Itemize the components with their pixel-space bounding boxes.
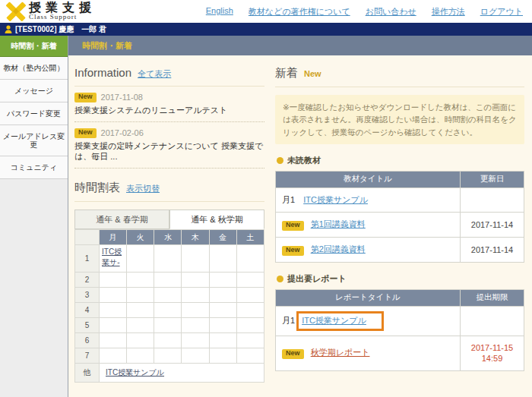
sidebar-item-materials[interactable]: 教材（塾内公開） [0, 57, 68, 80]
timetable-cell [127, 333, 154, 348]
information-header: Information 全て表示 [74, 66, 264, 80]
timetable-header: 時間割表 表示切替 [74, 181, 264, 195]
app-logo: 授業支援 Class Support [6, 2, 96, 21]
deadline-cell: 2017-11-15 14:59 [461, 336, 524, 371]
timetable-other-cell: ITC授業サンプル [100, 364, 264, 383]
report-course-link[interactable]: ITC授業サンプル [302, 316, 366, 325]
information-show-all-link[interactable]: 全て表示 [138, 68, 171, 80]
whatsnew-new-label: New [304, 69, 321, 78]
timetable-cell [182, 318, 209, 333]
new-badge: New [282, 221, 304, 231]
report-link[interactable]: 秋学期レポート [311, 348, 370, 357]
bullet-icon [277, 157, 283, 164]
table-row: 月1ITC授業サンプル [276, 306, 524, 336]
whatsnew-title: 新着 [275, 66, 298, 80]
sidebar-item-messages[interactable]: メッセージ [0, 80, 68, 102]
breadcrumb: 時間割・新着 [68, 36, 532, 55]
course-link-other[interactable]: ITC授業サンプル [106, 368, 164, 377]
tab-spring-semester[interactable]: 通年 & 春学期 [74, 210, 169, 229]
deadline-time: 14:59 [467, 353, 518, 364]
divider [275, 87, 524, 87]
unread-materials-table: 教材タイトル 更新日 月1 ITC授業サンプル [275, 171, 524, 263]
material-link[interactable]: 第1回講義資料 [311, 219, 366, 228]
link-english[interactable]: English [206, 6, 233, 17]
updated-date-cell: 2017-11-14 [461, 237, 524, 262]
sidebar-item-email[interactable]: メールアドレス変更 [0, 125, 68, 156]
unread-materials-section-header: 未読教材 [277, 155, 524, 166]
user-name: [TEST0002] 慶應 一郎 君 [15, 24, 106, 35]
timetable-cell [100, 333, 127, 348]
timetable-cell [154, 333, 182, 348]
sidebar-item-community[interactable]: コミュニティ [0, 156, 68, 179]
timetable-cell [100, 288, 127, 303]
link-copyright-info[interactable]: 教材などの著作権について [249, 6, 350, 17]
info-date: 2017-11-08 [101, 93, 143, 102]
table-row: New 第1回講義資料 2017-11-14 [276, 212, 524, 237]
timetable-cell [209, 245, 236, 273]
bullet-icon [277, 276, 283, 282]
reports-title: 提出要レポート [287, 273, 347, 285]
notice-box: ※一度確認したお知らせやダウンロードした教材は、この画面には表示されません。再度… [275, 95, 524, 144]
sidebar: 時間割・新着 教材（塾内公開） メッセージ パスワード変更 メールアドレス変更 … [0, 36, 68, 397]
col-report-title: レポートタイトル [276, 289, 461, 306]
info-item: New 2017-02-06 授業支援の定時メンテナンスについて 授業支援では、… [74, 122, 264, 169]
information-title: Information [74, 66, 131, 79]
timetable-corner-cell [75, 230, 100, 245]
timetable-cell [100, 318, 127, 333]
info-date: 2017-02-06 [101, 128, 144, 137]
day-header-mon: 月 [100, 230, 127, 245]
table-row: New 第2回講義資料 2017-11-14 [276, 237, 524, 262]
main-area: 時間割・新着 Information 全て表示 New 2017-11-08 [68, 36, 532, 397]
app-subtitle: Class Support [29, 14, 96, 20]
unread-course-link[interactable]: ITC授業サンプル [303, 195, 368, 204]
material-link[interactable]: 第2回講義資料 [311, 244, 366, 254]
period-label: 6 [75, 333, 100, 348]
header-links: English 教材などの著作権について お問い合わせ 操作方法 ログアウト [206, 2, 523, 17]
table-row: 月1 ITC授業サンプル [276, 187, 524, 212]
right-column: 新着 New ※一度確認したお知らせやダウンロードした教材は、この画面には表示さ… [275, 66, 524, 383]
timetable-toggle-link[interactable]: 表示切替 [126, 183, 160, 194]
link-logout[interactable]: ログアウト [480, 6, 523, 17]
period-label: 1 [75, 245, 100, 273]
link-howto[interactable]: 操作方法 [432, 6, 465, 17]
timetable-cell [154, 348, 182, 364]
timetable-cell [236, 273, 264, 288]
timetable-title: 時間割表 [74, 181, 120, 195]
timetable-cell [100, 348, 127, 364]
updated-date-cell [461, 187, 524, 212]
period-label: 7 [75, 348, 100, 364]
annotation-highlight-box: ITC授業サンプル [296, 311, 384, 331]
course-slot-label: 月1 [282, 316, 295, 325]
period-label: 4 [75, 303, 100, 318]
table-row: New 秋学期レポート 2017-11-15 14:59 [276, 336, 524, 371]
timetable-cell-mon1: ITC授業サ- [100, 245, 127, 273]
timetable-cell [127, 273, 154, 288]
timetable-cell [154, 288, 182, 303]
user-icon [5, 25, 12, 33]
day-header-sat: 土 [236, 230, 264, 245]
timetable-cell [182, 303, 209, 318]
timetable-cell [236, 288, 264, 303]
link-contact[interactable]: お問い合わせ [366, 6, 416, 17]
info-text: 授業支援の定時メンテナンスについて 授業支援では、毎日 ... [74, 140, 264, 163]
timetable-cell [209, 318, 236, 333]
sidebar-item-timetable-new[interactable]: 時間割・新着 [0, 36, 68, 57]
timetable-cell [182, 273, 209, 288]
timetable-cell [127, 245, 154, 273]
tab-fall-semester[interactable]: 通年 & 秋学期 [169, 210, 264, 229]
timetable-cell [127, 303, 154, 318]
course-link-mon1[interactable]: ITC授業サ- [102, 247, 122, 266]
reports-table: レポートタイトル 提出期限 月1ITC授業サンプル [275, 289, 524, 372]
new-badge: New [74, 128, 97, 138]
day-header-tue: 火 [127, 230, 154, 245]
other-row-label: 他 [75, 364, 100, 383]
timetable-cell [182, 333, 209, 348]
day-header-thu: 木 [182, 230, 209, 245]
timetable-cell [236, 303, 264, 318]
timetable-cell [182, 288, 209, 303]
reports-section-header: 提出要レポート [277, 273, 524, 285]
timetable-cell [127, 318, 154, 333]
sidebar-item-password[interactable]: パスワード変更 [0, 102, 68, 125]
timetable-grid: 月 火 水 木 金 土 1 [74, 229, 264, 383]
timetable-cell [100, 303, 127, 318]
